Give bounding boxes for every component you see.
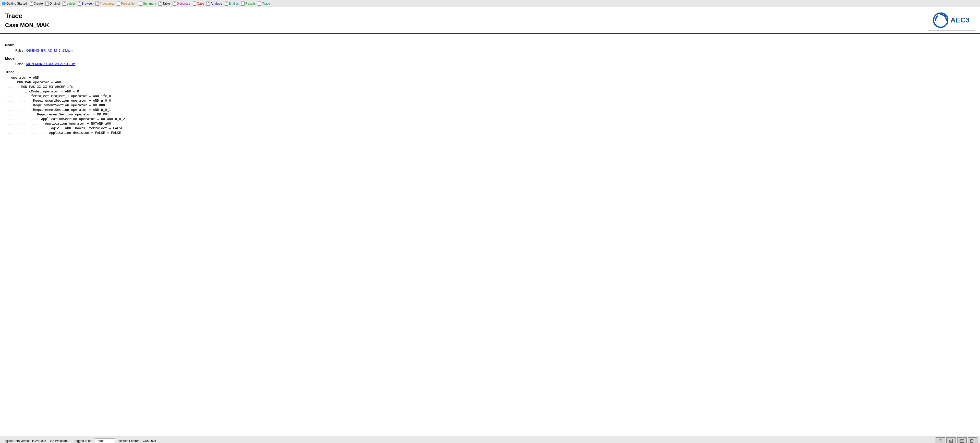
doc-icon-case [193,2,196,6]
model-section: Model False : MON-MAK-XX-XX-M3-ARCHF.ifc [5,56,975,66]
footer-buttons: ? [935,437,977,443]
model-heading: Model [5,56,975,61]
nav-label-original: Original [49,2,60,5]
doc-icon-table [159,2,162,6]
page-subtitle: Case MON_MAK [5,22,49,29]
norm-link[interactable]: GB-ENG_BR_AD_M_2_13.html [26,48,73,53]
doc-icon-results [241,2,245,6]
doc-icon-procedural [95,2,99,6]
doc-icon-entities [224,2,228,6]
nav-item-results[interactable]: Results [240,1,256,6]
nav-label-table: Table [162,2,170,5]
doc-icon-proposition [117,2,120,6]
nav-item-original[interactable]: Original [45,1,61,6]
doc-icon-create [30,2,33,6]
help-button[interactable]: ? [935,437,945,443]
separator: - [70,439,71,443]
doc-icon-trace [258,2,261,6]
nav-label-proposition: Proposition [121,2,136,5]
email-icon [959,438,964,443]
nav-label-trace: Trace [262,2,270,5]
user-label: Bob Wakelam [49,439,68,443]
doc-icon-browser [78,2,81,6]
nav-item-getting-started[interactable]: iGetting Started [1,1,28,6]
email-button[interactable] [957,437,967,443]
info-icon-getting-started: i [2,2,6,5]
nav-item-table[interactable]: Table [158,1,171,6]
nav-label-dictionary: Dictionary [177,2,190,5]
norm-label: False : [15,48,25,53]
header-section: Trace Case MON_MAK AEC3 [0,7,980,34]
norm-section: Norm False : GB-ENG_BR_AD_M_2_13.html [5,43,975,53]
username-box: "bob" [95,438,115,443]
nav-label-create: Create [34,2,43,5]
nav-item-proposition[interactable]: Proposition [116,1,137,6]
nav-item-latest[interactable]: Latest [62,1,76,6]
nav-label-latest: Latest [67,2,75,5]
trace-line: ..............RequirementSection operato… [5,99,975,102]
nav-item-entities[interactable]: Entities [224,1,240,6]
trace-line: ................RequirementSection opera… [5,112,975,116]
logo-text: AEC3 [950,16,969,24]
nav-item-case[interactable]: Case [192,1,205,6]
logged-in-label: Logged in as: [74,439,92,443]
logo-area: AEC3 [928,10,975,31]
svg-rect-3 [950,441,953,443]
nav-label-analysis: Analysis [211,2,222,5]
trace-line: .. operator = AND [5,76,975,80]
trace-line: ..............RequirementSection operato… [5,108,975,112]
nav-item-browser[interactable]: Browser [76,1,94,6]
page-title: Trace [5,12,49,20]
model-row: False : MON-MAK-XX-XX-M3-ARCHF.ifc [15,62,975,66]
trace-section: Trace .. operator = AND......MON_MAK ope… [5,70,975,135]
trace-heading: Trace [5,70,975,74]
footer-left: English Beta version: B.250.025 Bob Wake… [3,438,156,443]
print-button[interactable] [946,437,956,443]
nav-label-getting-started: Getting Started [6,2,27,5]
nav-label-results: Results [245,2,256,5]
trace-line: ......................Application decisi… [5,131,975,135]
nav-item-dictionary[interactable]: Dictionary [172,1,191,6]
trace-lines-container: .. operator = AND......MON_MAK operator … [5,76,975,135]
svg-rect-6 [970,440,973,443]
nav-label-procedural: Procedural [100,2,115,5]
nav-item-trace[interactable]: Trace [257,1,271,6]
doc-icon-analysis [207,2,210,6]
nav-item-analysis[interactable]: Analysis [205,1,223,6]
norm-heading: Norm [5,43,975,47]
trace-line: ....................Application operator… [5,121,975,125]
navigation-bar: iGetting StartedCreateOriginalLatestBrow… [0,0,980,7]
aec3-logo: AEC3 [933,13,969,28]
nav-label-browser: Browser [82,2,93,5]
version-text: English Beta version: B.250.025 [3,439,46,443]
norm-row: False : GB-ENG_BR_AD_M_2_13.html [15,48,975,53]
main-wrapper: Trace Case MON_MAK AEC3 Norm False : GB-… [0,7,980,436]
nav-label-case: Case [197,2,204,5]
model-label: False : [15,62,25,66]
print-icon [948,438,954,443]
nav-item-summary[interactable]: Summary [138,1,157,6]
trace-line: ..........IfcModel operator = AND m_0 [5,89,975,93]
model-link[interactable]: MON-MAK-XX-XX-M3-ARCHF.ifc [26,62,76,66]
nav-label-summary: Summary [143,2,156,5]
doc-icon-dictionary [173,2,176,6]
content-area: Norm False : GB-ENG_BR_AD_M_2_13.html Mo… [0,34,980,436]
header-titles: Trace Case MON_MAK [5,12,49,29]
doc-icon-summary [139,2,142,6]
trace-line: ......................logic : a00: Doors… [5,126,975,130]
doc-icon-latest [62,2,66,6]
trace-line: ............IfcProject Project_1 operato… [5,94,975,98]
trace-line: ..............RequirementSection operato… [5,103,975,107]
trace-line: ......MON_MAK operator = AND [5,80,975,84]
exit-icon [970,438,975,443]
doc-icon-original [45,2,49,6]
footer: English Beta version: B.250.025 Bob Wake… [0,436,980,443]
trace-line: ........MON-MAK-XX-XX-M3-ARCHF.ifc [5,85,975,89]
logo-icon [933,13,948,28]
exit-button[interactable] [968,437,977,443]
licence-text: Licence Expires: 17/05/2021 [118,439,156,443]
nav-label-entities: Entities [229,2,239,5]
nav-item-create[interactable]: Create [29,1,44,6]
nav-item-procedural[interactable]: Procedural [94,1,115,6]
svg-point-4 [952,440,953,441]
